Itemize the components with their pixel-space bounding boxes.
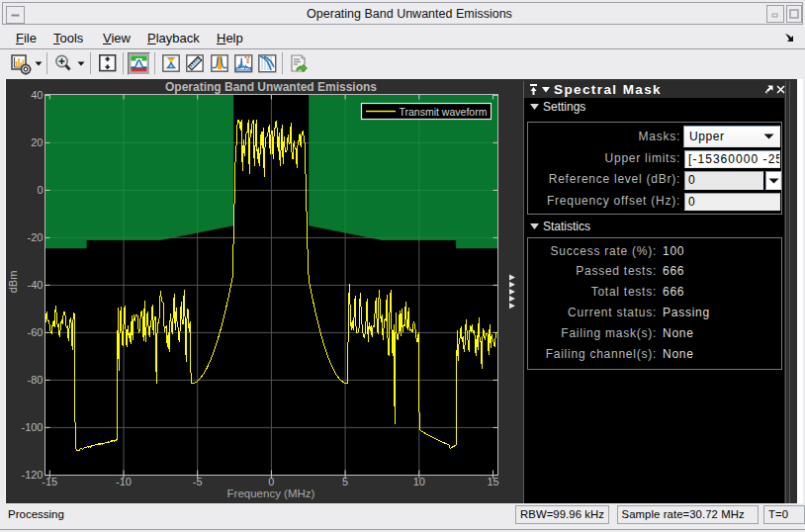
svg-text:-15: -15 bbox=[42, 476, 57, 488]
svg-text:-80: -80 bbox=[28, 374, 44, 386]
svg-text:-40: -40 bbox=[28, 279, 44, 291]
svg-text:0: 0 bbox=[268, 476, 274, 488]
svg-text:0: 0 bbox=[37, 184, 43, 196]
svg-text:10: 10 bbox=[413, 476, 425, 488]
svg-text:Operating Band Unwanted Emissi: Operating Band Unwanted Emissions bbox=[165, 80, 377, 94]
svg-text:20: 20 bbox=[31, 136, 43, 148]
svg-text:15: 15 bbox=[487, 476, 498, 488]
svg-text:5: 5 bbox=[342, 476, 348, 488]
svg-text:dBm: dBm bbox=[7, 271, 19, 294]
svg-text:Transmit waveform: Transmit waveform bbox=[400, 106, 488, 118]
svg-text:-100: -100 bbox=[21, 421, 43, 433]
svg-text:-5: -5 bbox=[193, 476, 203, 488]
svg-text:-10: -10 bbox=[116, 476, 132, 488]
svg-text:Frequency (MHz): Frequency (MHz) bbox=[227, 488, 315, 499]
svg-text:-60: -60 bbox=[28, 326, 44, 338]
svg-text:40: 40 bbox=[31, 89, 43, 101]
svg-text:-120: -120 bbox=[21, 469, 43, 481]
svg-text:-20: -20 bbox=[28, 231, 44, 243]
